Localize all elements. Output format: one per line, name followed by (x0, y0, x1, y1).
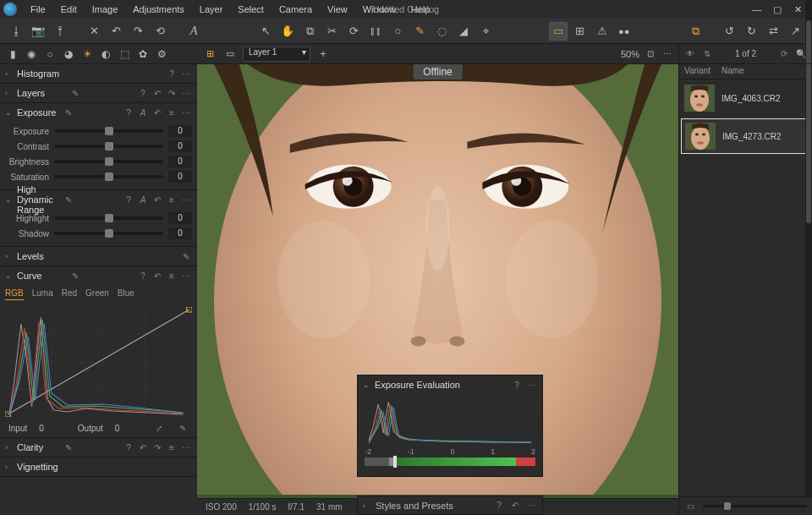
slider-shadow[interactable] (54, 232, 163, 235)
workspace-icon[interactable]: ⧉ (687, 22, 705, 41)
grid-view-icon[interactable]: ⊞ (202, 47, 217, 62)
slider-brightness[interactable] (54, 160, 163, 163)
add-layer-icon[interactable]: + (315, 47, 331, 62)
slider-value[interactable]: 0 (168, 227, 192, 239)
sort-icon[interactable]: ⟳ (778, 48, 790, 60)
slider-exposure[interactable] (54, 129, 163, 133)
close-button[interactable]: ✕ (792, 4, 804, 15)
help-icon[interactable]: ? (493, 500, 505, 512)
reset-icon[interactable]: ↶ (151, 87, 163, 99)
tab-capture-icon[interactable]: ◉ (24, 47, 39, 62)
menu-icon[interactable]: ⋯ (180, 107, 192, 118)
brush-icon[interactable]: ✎ (410, 22, 429, 41)
cancel-icon[interactable]: ✕ (85, 22, 103, 41)
thumb-size-slider[interactable] (703, 505, 807, 507)
zoom-fit-icon[interactable]: ⊡ (645, 48, 656, 60)
preset-icon[interactable]: ≡ (166, 441, 178, 453)
eyedropper-icon[interactable]: ✎ (177, 422, 189, 434)
crop-icon[interactable]: ✂ (322, 22, 341, 41)
import-icon[interactable]: ⭳ (7, 22, 25, 41)
menu-icon[interactable]: ⋯ (180, 87, 192, 99)
minimize-button[interactable]: — (751, 4, 763, 15)
brush-small-icon[interactable]: ✎ (180, 250, 192, 262)
slider-value[interactable]: 0 (168, 171, 192, 183)
warning-icon[interactable]: ⚠ (593, 22, 612, 41)
tab-output-icon[interactable]: ⚙ (154, 47, 169, 62)
brush-small-icon[interactable]: ✎ (63, 107, 74, 118)
help-icon[interactable]: ? (511, 379, 523, 391)
help-icon[interactable]: ? (123, 194, 134, 205)
gradient-icon[interactable]: ◢ (454, 22, 473, 41)
section-layers[interactable]: › Layers ✎ ?↶↷⋯ (0, 84, 197, 102)
curve-tab-rgb[interactable]: RGB (5, 288, 24, 300)
browser-item[interactable]: IMG_4063.CR2 (679, 79, 812, 117)
hand-icon[interactable]: ✋ (278, 22, 297, 41)
auto-icon[interactable]: A (137, 107, 149, 118)
menu-select[interactable]: Select (231, 2, 271, 17)
menu-icon[interactable]: ⋯ (525, 500, 537, 512)
straighten-icon[interactable]: ⫿⫿ (366, 22, 385, 41)
slider-saturation[interactable] (54, 175, 163, 178)
styles-presets-panel[interactable]: › Styles and Presets ? ↶ ⋯ (357, 496, 543, 515)
zoom-value[interactable]: 50% (621, 49, 639, 59)
help-icon[interactable]: ? (123, 107, 134, 118)
curve-tab-red[interactable]: Red (62, 288, 77, 300)
text-icon[interactable]: A (184, 22, 203, 41)
tab-details-icon[interactable]: ◐ (98, 47, 113, 62)
menu-file[interactable]: File (24, 2, 52, 17)
preset-icon[interactable]: ≡ (166, 270, 178, 282)
search-icon[interactable]: 🔍 (795, 48, 807, 60)
section-histogram[interactable]: › Histogram ?⋯ (0, 64, 197, 83)
curve-tab-blue[interactable]: Blue (118, 288, 134, 300)
tab-color-icon[interactable]: ◕ (61, 47, 76, 62)
slider-value[interactable]: 0 (168, 156, 192, 167)
filmstrip-icon[interactable]: ▭ (684, 501, 696, 512)
help-icon[interactable]: ? (137, 87, 149, 99)
menu-adjustments[interactable]: Adjustments (126, 2, 191, 17)
eye-icon[interactable]: 👁 (684, 48, 696, 60)
focus-icon[interactable]: ●● (615, 22, 634, 41)
overlay-icon[interactable]: ▭ (549, 22, 568, 41)
copy-icon[interactable]: ⧉ (300, 22, 319, 41)
reset-icon[interactable]: ↷ (166, 87, 178, 99)
reset-icon[interactable]: ↶ (151, 107, 163, 118)
single-view-icon[interactable]: ▭ (222, 47, 238, 62)
slider-value[interactable]: 0 (168, 125, 192, 137)
reset-icon[interactable]: ↶ (151, 270, 163, 282)
clone-icon[interactable]: ⌖ (476, 22, 495, 41)
section-curve[interactable]: ⌄ Curve ✎ ?↶≡⋯ (0, 266, 197, 285)
auto-icon[interactable]: A (137, 194, 149, 205)
section-vignetting[interactable]: › Vignetting (0, 457, 197, 476)
slider-highlight[interactable] (54, 216, 163, 220)
browser-item[interactable]: IMG_4273.CR2 (681, 118, 810, 154)
tab-adjust-icon[interactable]: ⬚ (117, 47, 132, 62)
picker-icon[interactable]: ⤢ (153, 422, 165, 434)
brush-small-icon[interactable]: ✎ (69, 270, 81, 282)
reset-icon[interactable]: ↶ (151, 194, 163, 205)
brush-small-icon[interactable]: ✎ (63, 441, 74, 453)
rotate-icon[interactable]: ⟳ (344, 22, 363, 41)
tab-lens-icon[interactable]: ○ (42, 47, 58, 62)
tab-meta-icon[interactable]: ✿ (135, 47, 151, 62)
arrow-out-icon[interactable]: ↗ (787, 22, 805, 41)
menu-view[interactable]: View (321, 2, 354, 17)
layer-select[interactable]: Layer 1▾ (243, 47, 310, 62)
rotate-cw-icon[interactable]: ↻ (743, 22, 761, 41)
menu-icon[interactable]: ⋯ (180, 441, 192, 453)
menu-edit[interactable]: Edit (54, 2, 84, 17)
flip-h-icon[interactable]: ⇄ (765, 22, 783, 41)
curve-tab-luma[interactable]: Luma (32, 288, 53, 300)
reset-icon[interactable]: ↶ (509, 500, 521, 512)
curve-tab-green[interactable]: Green (85, 288, 109, 300)
redo-icon[interactable]: ↷ (129, 22, 147, 41)
menu-icon[interactable]: ⋯ (180, 194, 192, 205)
help-icon[interactable]: ? (123, 441, 134, 453)
section-clarity[interactable]: › Clarity ✎ ?↶↷≡⋯ (0, 438, 197, 457)
tab-library-icon[interactable]: ▮ (5, 47, 20, 62)
select-icon[interactable]: ⇅ (701, 48, 713, 60)
menu-icon[interactable]: ⋯ (525, 379, 537, 391)
preset-icon[interactable]: ≡ (166, 107, 178, 118)
erase-icon[interactable]: ◌ (432, 22, 451, 41)
menu-icon[interactable]: ⋯ (180, 68, 192, 79)
section-exposure[interactable]: ⌄ Exposure ✎ ?A↶≡⋯ (0, 103, 197, 122)
